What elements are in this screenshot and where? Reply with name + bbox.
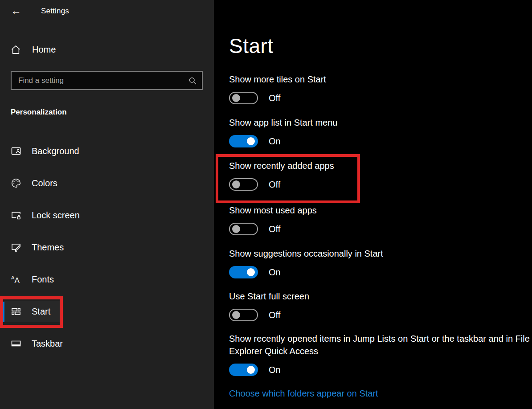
taskbar-icon [11,338,21,349]
setting-full-screen: Use Start full screen Off [229,290,530,321]
sidebar-item-label: Home [32,45,56,55]
toggle-knob [247,268,255,276]
setting-show-recently-added: Show recently added apps Off [229,160,530,191]
toggle-jump-lists[interactable] [229,364,258,376]
toggle-show-most-used[interactable] [229,223,258,235]
setting-show-more-tiles: Show more tiles on Start Off [229,73,530,104]
toggle-state-text: Off [269,310,280,320]
sidebar-item-lock-screen[interactable]: Lock screen [0,204,214,226]
sidebar-item-start[interactable]: Start [0,301,63,322]
toggle-state-text: On [269,365,281,375]
toggle-show-recently-added[interactable] [229,178,258,191]
toggle-show-app-list[interactable] [229,135,258,147]
toggle-state-text: Off [269,93,280,103]
selected-item-accent-bar [3,302,4,322]
page-title: Start [229,34,274,58]
back-button[interactable]: ← [11,4,25,18]
toggle-knob [232,180,240,188]
toggle-show-suggestions[interactable] [229,266,258,278]
themes-icon [11,242,21,253]
toggle-state-text: On [269,267,281,278]
setting-label: Show more tiles on Start [229,73,530,86]
sidebar-item-label: Taskbar [32,339,63,349]
sidebar-item-label: Colors [32,178,57,188]
toggle-full-screen[interactable] [229,309,258,321]
setting-show-suggestions: Show suggestions occasionally in Start O… [229,247,530,278]
setting-label: Show suggestions occasionally in Start [229,247,530,260]
window-title: Settings [41,7,69,16]
sidebar-item-taskbar[interactable]: Taskbar [0,333,214,354]
sidebar-item-home[interactable]: Home [0,42,214,57]
setting-show-app-list: Show app list in Start menu On [229,116,530,147]
start-tiles-icon [11,306,21,317]
home-icon [11,45,21,55]
toggle-state-text: Off [269,180,280,190]
sidebar-item-label: Themes [32,242,64,253]
section-heading-personalization: Personalization [11,108,67,117]
setting-label: Show app list in Start menu [229,116,530,129]
sidebar-item-label: Lock screen [32,210,80,221]
toggle-knob [247,137,255,145]
setting-show-most-used: Show most used apps Off [229,204,530,235]
sidebar-item-label: Start [32,307,50,317]
search-icon[interactable] [188,77,197,85]
sidebar-item-colors[interactable]: Colors [0,172,214,194]
toggle-show-more-tiles[interactable] [229,92,258,104]
sidebar-item-label: Fonts [32,274,54,285]
settings-sidebar: ← Settings Home Personalization [0,0,214,409]
setting-label: Use Start full screen [229,290,530,303]
search-box [11,71,203,90]
toggle-knob [232,225,240,233]
toggle-knob [247,366,255,374]
setting-jump-lists: Show recently opened items in Jump Lists… [229,332,530,376]
sidebar-item-themes[interactable]: Themes [0,237,214,258]
lock-screen-icon [11,210,21,221]
search-input[interactable] [12,72,202,89]
setting-label: Show most used apps [229,204,530,217]
setting-label: Show recently added apps [229,160,530,172]
sidebar-item-label: Background [32,146,79,156]
svg-text:A: A [15,276,20,285]
fonts-icon: A A [11,274,21,285]
palette-icon [11,178,21,188]
setting-label: Show recently opened items in Jump Lists… [229,332,530,357]
toggle-state-text: On [269,136,281,147]
sidebar-item-fonts[interactable]: A A Fonts [0,269,214,290]
start-settings-panel: Start Show more tiles on Start Off Show … [214,0,532,409]
toggle-state-text: Off [269,224,280,234]
toggle-knob [232,94,240,102]
background-image-icon [11,146,21,156]
toggle-knob [232,311,240,319]
choose-folders-link[interactable]: Choose which folders appear on Start [229,389,378,399]
sidebar-item-background[interactable]: Background [0,140,214,162]
